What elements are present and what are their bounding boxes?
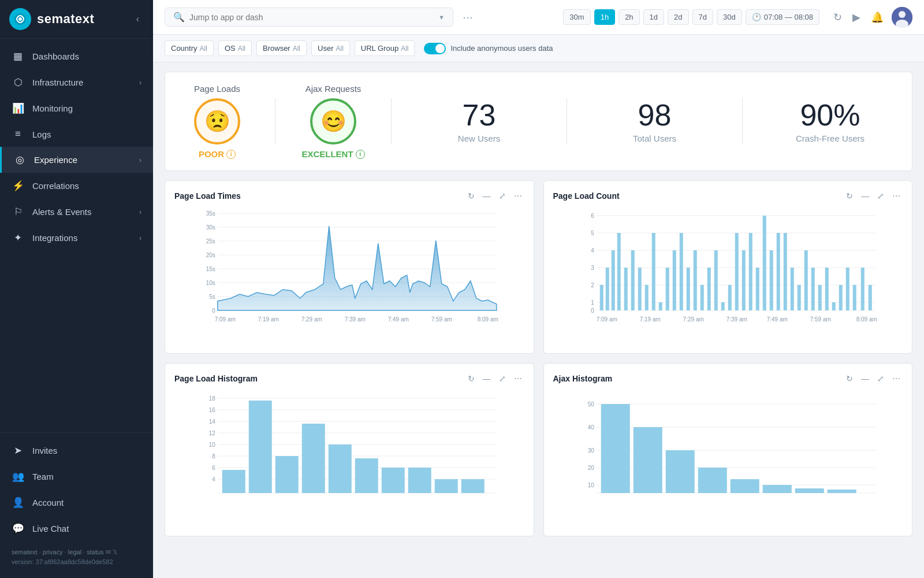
chart-expand-button[interactable]: ⤢ — [875, 373, 886, 384]
play-button[interactable]: ▶ — [850, 9, 863, 26]
notifications-button[interactable]: 🔔 — [869, 9, 886, 26]
sidebar-item-integrations[interactable]: ✦ Integrations › — [0, 225, 153, 251]
ajax-requests-score: Ajax Requests 😊 EXCELLENT i — [299, 84, 368, 159]
time-btn-30m[interactable]: 30m — [563, 9, 590, 25]
logo-text: sematext — [37, 12, 94, 27]
page-load-times-panel: Page Load Times ↻ — ⤢ ⋯ 35s 30s 25s 20s … — [165, 180, 534, 354]
svg-text:7:39 am: 7:39 am — [726, 316, 747, 323]
logo-icon — [9, 8, 31, 30]
chart-actions: ↻ — ⤢ ⋯ — [465, 373, 524, 384]
chart-minimize-button[interactable]: — — [859, 373, 871, 384]
svg-rect-60 — [721, 302, 724, 310]
filter-user[interactable]: User All — [311, 40, 350, 56]
ajax-requests-circle: 😊 — [310, 98, 356, 144]
sidebar-item-invites[interactable]: ➤ Invites — [0, 438, 153, 464]
svg-rect-128 — [633, 427, 662, 493]
footer-status-link[interactable]: status — [87, 549, 103, 555]
chart-more-button[interactable]: ⋯ — [890, 190, 903, 202]
svg-text:5s: 5s — [209, 294, 215, 300]
filter-url-group[interactable]: URL Group All — [355, 40, 415, 56]
chart-refresh-button[interactable]: ↻ — [844, 373, 855, 384]
sidebar-item-team[interactable]: 👥 Team — [0, 464, 153, 490]
filter-os[interactable]: OS All — [218, 40, 252, 56]
svg-text:8: 8 — [212, 453, 215, 460]
sidebar-collapse-button[interactable]: ‹ — [132, 12, 144, 27]
svg-text:7:09 am: 7:09 am — [596, 316, 617, 323]
svg-text:30s: 30s — [206, 224, 215, 231]
search-icon: 🔍 — [173, 12, 185, 23]
chart-refresh-button[interactable]: ↻ — [844, 190, 855, 202]
svg-rect-51 — [658, 302, 662, 310]
time-btn-30d[interactable]: 30d — [717, 9, 742, 25]
chart-minimize-button[interactable]: — — [480, 190, 493, 202]
chart-expand-button[interactable]: ⤢ — [497, 190, 508, 202]
footer-privacy-link[interactable]: privacy — [43, 549, 63, 555]
sidebar-item-alerts[interactable]: ⚐ Alerts & Events › — [0, 199, 153, 225]
invites-icon: ➤ — [12, 444, 24, 457]
svg-text:14: 14 — [209, 418, 216, 425]
svg-rect-108 — [275, 456, 299, 493]
sidebar-item-logs[interactable]: ≡ Logs — [0, 121, 153, 147]
chart-minimize-button[interactable]: — — [859, 190, 871, 202]
sidebar-item-experience[interactable]: ◎ Experience › — [0, 147, 153, 173]
filter-country[interactable]: Country All — [165, 40, 214, 56]
new-users-value: 73 — [463, 100, 496, 130]
user-avatar[interactable] — [892, 7, 912, 28]
footer-sematext-link[interactable]: sematext — [12, 549, 38, 555]
search-box[interactable]: 🔍 ▼ — [165, 8, 453, 27]
time-btn-1h[interactable]: 1h — [594, 9, 615, 25]
sidebar-item-monitoring[interactable]: 📊 Monitoring — [0, 95, 153, 121]
svg-rect-44 — [611, 250, 614, 310]
svg-rect-76 — [832, 302, 835, 310]
time-range-text: 07:08 — 08:08 — [764, 13, 813, 21]
page-load-times-chart: 35s 30s 25s 20s 15s 10s 5s 0 — [174, 209, 524, 324]
chart-more-button[interactable]: ⋯ — [512, 190, 524, 202]
svg-text:7:09 am: 7:09 am — [215, 316, 236, 323]
time-btn-2d[interactable]: 2d — [668, 9, 688, 25]
svg-rect-81 — [868, 285, 871, 310]
alerts-icon: ⚐ — [12, 206, 24, 218]
sidebar-item-account[interactable]: 👤 Account — [0, 490, 153, 516]
filter-value: All — [401, 45, 408, 53]
svg-text:4: 4 — [212, 476, 215, 483]
chart-expand-button[interactable]: ⤢ — [875, 190, 886, 202]
sidebar-item-correlations[interactable]: ⚡ Correlations — [0, 173, 153, 199]
filter-browser[interactable]: Browser All — [256, 40, 307, 56]
chart-more-button[interactable]: ⋯ — [890, 373, 903, 384]
sidebar-item-infrastructure[interactable]: ⬡ Infrastructure › — [0, 69, 153, 95]
refresh-button[interactable]: ↻ — [831, 9, 844, 26]
search-input[interactable] — [189, 13, 434, 22]
chart-more-button[interactable]: ⋯ — [512, 373, 524, 384]
svg-text:20s: 20s — [206, 252, 215, 258]
time-btn-7d[interactable]: 7d — [692, 9, 713, 25]
sidebar-item-label: Team — [32, 472, 54, 481]
svg-text:4: 4 — [591, 247, 594, 254]
svg-text:10: 10 — [209, 442, 216, 448]
chart-expand-button[interactable]: ⤢ — [497, 373, 508, 384]
chart-refresh-button[interactable]: ↻ — [465, 373, 477, 384]
monitoring-icon: 📊 — [12, 102, 24, 114]
ajax-requests-info-icon[interactable]: i — [356, 150, 365, 159]
page-loads-info-icon[interactable]: i — [226, 150, 236, 159]
sidebar-item-label: Dashboards — [32, 51, 79, 61]
time-range-display: 🕐 07:08 — 08:08 — [746, 9, 819, 25]
sidebar-item-label: Invites — [32, 446, 57, 455]
sidebar-logo: sematext ‹ — [0, 0, 153, 39]
sidebar-item-dashboards[interactable]: ▦ Dashboards — [0, 43, 153, 69]
chart-refresh-button[interactable]: ↻ — [465, 190, 477, 202]
integrations-icon: ✦ — [12, 232, 24, 244]
time-btn-2h[interactable]: 2h — [619, 9, 639, 25]
sidebar-item-livechat[interactable]: 💬 Live Chat — [0, 516, 153, 542]
new-users-stat: 73 New Users — [415, 100, 543, 143]
sidebar-item-label: Experience — [34, 155, 77, 165]
svg-text:10s: 10s — [206, 280, 215, 286]
svg-rect-66 — [762, 216, 766, 310]
divider-1 — [275, 98, 275, 144]
sidebar-item-label: Monitoring — [32, 103, 73, 113]
chart-minimize-button[interactable]: — — [480, 373, 493, 384]
time-btn-1d[interactable]: 1d — [643, 9, 664, 25]
more-options-icon[interactable]: ⋯ — [463, 11, 473, 24]
anonymous-toggle[interactable] — [424, 43, 446, 54]
footer-legal-link[interactable]: legal — [68, 549, 81, 555]
svg-text:5: 5 — [591, 230, 594, 236]
